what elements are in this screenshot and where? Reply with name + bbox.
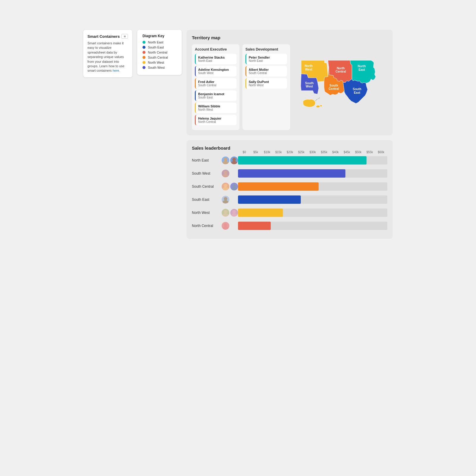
map-label-south-east-2: East	[354, 91, 361, 94]
axis-label-0: $0	[239, 151, 250, 154]
axis-label-40k: $40k	[330, 151, 341, 154]
bar-container-north-central	[238, 222, 387, 230]
map-label-north-central-2: Central	[336, 70, 346, 73]
svg-point-18	[224, 223, 227, 227]
map-label-south-central-2: Central	[329, 87, 339, 90]
map-label-north-central: North	[337, 67, 345, 70]
map-label-north-west-2: West	[305, 68, 312, 71]
axis-label-45k: $45k	[341, 151, 353, 154]
smart-containers-header: Smart Containers ⊞	[87, 34, 128, 39]
rep-name-benjamin: Benjamin Icamot	[198, 92, 234, 96]
bar-row-south-east: South East	[192, 194, 387, 205]
avatar-albert	[230, 183, 238, 190]
territory-content: Account Executive Katherine Stacks North…	[192, 44, 387, 130]
rep-name-peter: Peter Sendler	[249, 56, 285, 59]
bar-row-south-central: South Central	[192, 181, 387, 192]
bar-container-south-central	[238, 182, 387, 191]
axis-label-30k: $30k	[307, 151, 318, 154]
alaska-region	[303, 99, 315, 107]
territory-panel: Territory map Account Executive Katherin…	[187, 30, 393, 135]
svg-point-3	[223, 161, 228, 164]
svg-point-13	[223, 200, 228, 203]
avatar-katherine	[222, 156, 229, 164]
rep-name-helena: Helena Jaquier	[198, 117, 234, 120]
smart-containers-link[interactable]: here.	[112, 69, 120, 72]
rep-region-albert: South Central	[249, 71, 285, 75]
key-dot-north-west	[143, 61, 145, 64]
avatar-sally	[230, 209, 238, 217]
diagram-key-title: Diagram Key	[143, 34, 176, 38]
axis-labels-row: $0 $5k $10k $15k $20k $25k $30k $35k $40…	[192, 151, 387, 154]
key-label-north-central: North Central	[148, 51, 167, 54]
key-item-south-east: South East	[143, 46, 176, 49]
key-dot-north-central	[143, 51, 145, 54]
rep-region-adeline: South West	[198, 71, 234, 75]
rep-card-fred[interactable]: Fred Adler South Central	[195, 78, 237, 89]
rep-card-benjamin[interactable]: Benjamin Icamot South East	[195, 90, 237, 101]
bar-container-south-west	[238, 169, 387, 178]
key-label-north-east: North East	[148, 40, 163, 44]
svg-point-15	[223, 213, 228, 217]
rep-region-sally: North West	[249, 84, 285, 87]
rep-region-katherine: North East	[198, 59, 234, 62]
axis-label-55k: $55k	[364, 151, 375, 154]
svg-point-12	[224, 197, 227, 201]
rep-name-fred: Fred Adler	[198, 80, 234, 84]
right-side: Territory map Account Executive Katherin…	[187, 30, 393, 239]
smart-containers-title: Smart Containers	[87, 34, 120, 39]
key-item-north-central: North Central	[143, 51, 176, 54]
rep-card-adeline[interactable]: Adeline Kensington South West	[195, 66, 237, 76]
rep-name-sally: Sally DuPont	[249, 80, 285, 84]
north-east-region	[350, 60, 376, 83]
bar-container-north-west	[238, 209, 387, 217]
key-item-north-east: North East	[143, 40, 176, 44]
usa-map-svg: North West South West North Central Sout…	[294, 44, 387, 128]
svg-line-0	[315, 99, 317, 101]
rep-card-katherine[interactable]: Katherine Stacks North East	[195, 54, 237, 64]
svg-point-7	[223, 174, 228, 177]
leaderboard-title: Sales leaderboard	[192, 145, 387, 151]
map-label-north-east: North	[358, 65, 366, 68]
rep-card-sally[interactable]: Sally DuPont North West	[245, 78, 287, 89]
key-label-south-east: South East	[148, 46, 164, 49]
bar-fill-north-west	[238, 209, 283, 217]
axis-label-20k: $20k	[284, 151, 295, 154]
avatar-william	[222, 209, 229, 217]
map-label-south-central: South	[330, 84, 338, 87]
rep-card-helena[interactable]: Helena Jaquier North Central	[195, 115, 237, 125]
key-item-south-central: South Central	[143, 56, 176, 59]
bar-avatars-north-central	[222, 222, 238, 230]
bar-fill-south-east	[238, 195, 301, 204]
bar-fill-south-central	[238, 182, 319, 191]
account-executive-column: Account Executive Katherine Stacks North…	[192, 44, 239, 130]
diagram-key-panel: Diagram Key North East South East North …	[137, 30, 182, 75]
axis-label-35k: $35k	[318, 151, 330, 154]
bar-avatars-south-west	[222, 170, 238, 177]
bar-row-north-west: North West	[192, 207, 387, 218]
sales-development-title: Sales Development	[245, 47, 287, 51]
key-dot-north-east	[143, 41, 145, 44]
axis-label-50k: $50k	[353, 151, 364, 154]
key-dot-south-west	[143, 66, 145, 69]
map-label-south-east: South	[353, 87, 361, 91]
map-area: North West South West North Central Sout…	[294, 44, 387, 130]
svg-point-4	[232, 158, 236, 161]
bar-avatars-north-east	[222, 156, 238, 164]
bar-avatars-north-west	[222, 209, 238, 217]
bar-label-north-central: North Central	[192, 224, 222, 228]
rep-card-peter[interactable]: Peter Sendler North East	[245, 54, 287, 64]
rep-card-william[interactable]: William Sibble North West	[195, 103, 237, 113]
svg-point-5	[231, 161, 237, 164]
bar-row-north-central: North Central	[192, 220, 387, 231]
avatar-benjamin	[222, 196, 229, 203]
rep-card-albert[interactable]: Albert Moller South Central	[245, 66, 287, 76]
key-dot-south-central	[143, 56, 145, 59]
bar-label-north-west: North West	[192, 211, 222, 215]
hawaii-region-2	[320, 105, 322, 107]
bar-container-north-east	[238, 156, 387, 165]
hawaii-region	[316, 105, 320, 108]
map-label-south-west-2: West	[306, 85, 313, 88]
bar-row-south-west: South West	[192, 168, 387, 179]
bar-avatars-south-central	[222, 183, 238, 190]
svg-point-19	[223, 226, 228, 230]
